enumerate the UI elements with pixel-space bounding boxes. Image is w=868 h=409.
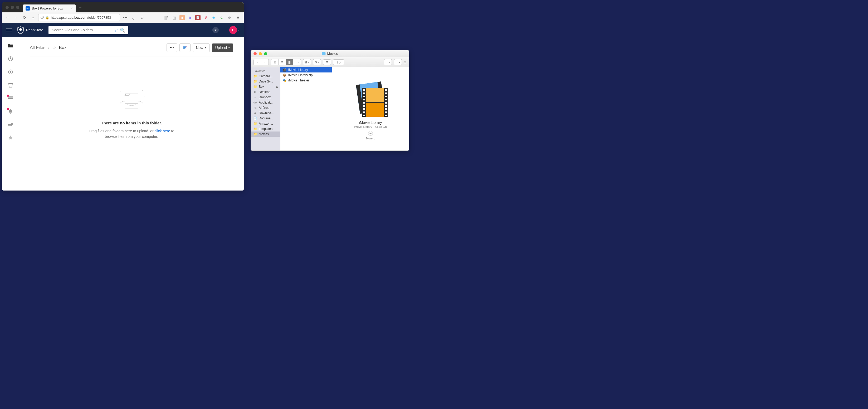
folder-icon: 📁 xyxy=(253,85,257,89)
dropbox-button[interactable]: ⬦ ▾ xyxy=(384,59,392,65)
sidebar-item-airdrop[interactable]: ◎AirDrop xyxy=(251,105,280,111)
sidebar-ext-icon[interactable]: ◫ xyxy=(172,15,177,20)
library-icon[interactable]: |||\ xyxy=(164,15,169,20)
chevron-down-icon: ▾ xyxy=(205,46,206,49)
share-button[interactable]: ⇧ xyxy=(323,59,331,65)
box-notes-button[interactable] xyxy=(180,43,190,52)
star-icon xyxy=(8,135,13,140)
reload-button[interactable]: ⟳ xyxy=(21,14,28,21)
home-button[interactable]: ⌂ xyxy=(30,14,36,21)
minimize-window-icon[interactable] xyxy=(11,6,14,9)
favorite-star-icon[interactable]: ☆ xyxy=(52,45,56,51)
svg-point-1 xyxy=(20,29,20,30)
folder-icon xyxy=(8,43,13,48)
preview-subtitle: iMovie Library - 33.78 GB xyxy=(354,125,387,128)
grammarly-ext-icon[interactable]: G xyxy=(219,15,224,20)
hamburger-menu-icon[interactable]: ≡ xyxy=(235,14,241,21)
folder-icon: 📁 xyxy=(253,74,257,78)
action-group: ⚙ ▾ xyxy=(313,59,321,65)
url-bar[interactable]: ⓘ 🔒 https://psu.app.box.com/folder/79978… xyxy=(38,14,120,21)
back-button[interactable]: ← xyxy=(4,14,11,21)
page-actions-icon[interactable]: ••• xyxy=(122,14,128,21)
close-window-icon[interactable] xyxy=(5,6,9,9)
clock-icon xyxy=(8,56,13,61)
close-window-icon[interactable] xyxy=(253,52,257,55)
sidebar-item-amazon[interactable]: 📁Amazon... xyxy=(251,121,280,126)
search-filter-icon[interactable]: ⇄ xyxy=(114,28,118,33)
file-item[interactable]: 📦iMovie Library.zip xyxy=(280,72,332,78)
browser-tab[interactable]: box Box | Powered by Box × xyxy=(23,4,75,12)
sidebar-item-dropbox[interactable]: ⬦Dropbox xyxy=(251,95,280,100)
ext-icon-1[interactable]: fi xyxy=(180,15,185,20)
svg-point-7 xyxy=(120,91,121,91)
breadcrumb-current: Box xyxy=(59,45,66,50)
sidebar-item-desktop[interactable]: 🖥Desktop xyxy=(251,89,280,95)
ext-icon-5[interactable]: ◉ xyxy=(211,15,216,20)
click-here-link[interactable]: click here xyxy=(155,129,170,133)
recents-nav[interactable] xyxy=(7,56,14,62)
synced-nav[interactable] xyxy=(7,69,14,75)
svg-rect-6 xyxy=(8,98,13,99)
search-box: ⇄ 🔍 xyxy=(49,26,128,34)
icon-view-button[interactable]: ⊞ xyxy=(271,59,279,65)
bookmark-star-icon[interactable]: ☆ xyxy=(139,14,145,21)
minimize-window-icon[interactable] xyxy=(259,52,262,55)
eject-icon[interactable]: ⏏ xyxy=(276,85,278,88)
maximize-window-icon[interactable] xyxy=(16,6,19,9)
search-input[interactable] xyxy=(52,28,112,32)
arrange-button[interactable]: ⊞ ▾ xyxy=(303,59,311,65)
search-icon[interactable]: 🔍 xyxy=(120,28,125,33)
svg-rect-29 xyxy=(363,102,365,103)
brand-logo[interactable]: PennState xyxy=(17,26,43,34)
sidebar-item-docume[interactable]: 📄Docume... xyxy=(251,116,280,121)
breadcrumb-row: All Files › ☆ Box ••• New ▾ Upload xyxy=(30,43,233,52)
list-view-button[interactable]: ≡ xyxy=(279,59,286,65)
sidebar-item-applicat[interactable]: ⒶApplicat... xyxy=(251,100,280,105)
dropbox-icon: ⬦ xyxy=(253,95,257,99)
more-info-icon[interactable]: ⋯ xyxy=(368,131,373,136)
help-button[interactable]: ? xyxy=(212,27,219,33)
forward-button[interactable]: → xyxy=(13,14,19,21)
info-icon[interactable]: ⓘ xyxy=(40,15,44,20)
sidebar-item-drivesy[interactable]: 📁Drive Sy... xyxy=(251,79,280,84)
more-link[interactable]: More... xyxy=(366,137,375,140)
all-files-nav[interactable] xyxy=(7,42,14,49)
ext-icon-7[interactable]: ◐ xyxy=(227,15,232,20)
breadcrumb-root[interactable]: All Files xyxy=(30,45,45,50)
sidebar-item-box[interactable]: 📁Box⏏ xyxy=(251,84,280,89)
trash-nav[interactable] xyxy=(7,82,14,88)
back-button[interactable]: ‹ xyxy=(254,59,261,65)
menu-button[interactable] xyxy=(6,28,12,32)
sidebar-item-templates[interactable]: 📁templates xyxy=(251,126,280,131)
forward-button[interactable]: › xyxy=(261,59,269,65)
feed-nav[interactable] xyxy=(7,95,14,101)
action-button[interactable]: ⚙ ▾ xyxy=(313,59,321,65)
more-actions-button[interactable]: ••• xyxy=(166,43,177,52)
upload-button[interactable]: Upload ▾ xyxy=(212,43,233,52)
pinterest-ext-icon[interactable]: 𝓟 xyxy=(203,15,209,20)
new-button[interactable]: New ▾ xyxy=(193,43,210,52)
tags-button[interactable]: ◯ xyxy=(333,59,344,65)
file-item[interactable]: 🎬iMovie Library xyxy=(280,67,332,72)
overflow-icon[interactable]: » xyxy=(404,60,406,65)
maximize-window-icon[interactable] xyxy=(264,52,267,55)
airdrop-icon: ◎ xyxy=(253,106,257,109)
gallery-view-button[interactable]: ▭ xyxy=(293,59,301,65)
close-tab-icon[interactable]: × xyxy=(71,6,73,10)
user-menu[interactable]: L ▾ xyxy=(229,26,240,34)
favorites-nav[interactable] xyxy=(7,135,14,141)
notification-dot-icon xyxy=(7,95,9,97)
file-item[interactable]: 🎭iMovie Theater xyxy=(280,78,332,83)
path-button[interactable]: ☰ ▾ xyxy=(394,59,402,65)
sidebar-item-movies[interactable]: 📁Movies xyxy=(251,131,280,137)
notes-nav[interactable] xyxy=(7,122,14,128)
rakuten-ext-icon[interactable]: R xyxy=(187,15,193,20)
reader-icon[interactable]: ◡ xyxy=(130,14,137,21)
sidebar-item-camera[interactable]: 📁Camera... xyxy=(251,73,280,79)
notifications-nav[interactable] xyxy=(7,108,14,115)
pdf-ext-icon[interactable]: 📄 xyxy=(195,15,200,20)
sidebar-item-downloa[interactable]: ⬇Downloa... xyxy=(251,111,280,116)
column-view-button[interactable]: ||| xyxy=(286,59,293,65)
new-tab-button[interactable]: + xyxy=(75,5,85,10)
folder-icon: 📁 xyxy=(253,127,257,131)
